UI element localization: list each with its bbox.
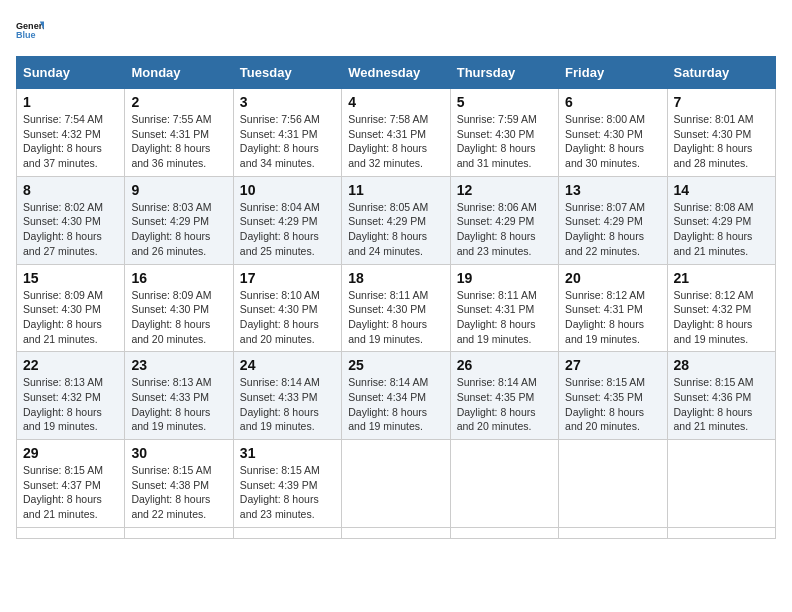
weekday-header-monday: Monday [125,57,233,89]
day-number: 24 [240,357,335,373]
day-info: Sunrise: 8:10 AM Sunset: 4:30 PM Dayligh… [240,288,335,347]
day-number: 3 [240,94,335,110]
calendar-cell: 6 Sunrise: 8:00 AM Sunset: 4:30 PM Dayli… [559,89,667,177]
weekday-header-tuesday: Tuesday [233,57,341,89]
day-number: 19 [457,270,552,286]
day-number: 30 [131,445,226,461]
calendar-cell [667,527,775,538]
day-number: 17 [240,270,335,286]
svg-text:General: General [16,21,44,31]
page-header: General Blue [16,16,776,44]
day-number: 6 [565,94,660,110]
calendar-cell: 9 Sunrise: 8:03 AM Sunset: 4:29 PM Dayli… [125,176,233,264]
weekday-header-wednesday: Wednesday [342,57,450,89]
calendar-cell [342,527,450,538]
calendar-table: SundayMondayTuesdayWednesdayThursdayFrid… [16,56,776,539]
day-number: 4 [348,94,443,110]
calendar-cell: 16 Sunrise: 8:09 AM Sunset: 4:30 PM Dayl… [125,264,233,352]
day-info: Sunrise: 8:09 AM Sunset: 4:30 PM Dayligh… [23,288,118,347]
calendar-cell: 2 Sunrise: 7:55 AM Sunset: 4:31 PM Dayli… [125,89,233,177]
calendar-cell [559,440,667,528]
day-number: 23 [131,357,226,373]
day-info: Sunrise: 8:12 AM Sunset: 4:32 PM Dayligh… [674,288,769,347]
calendar-cell: 23 Sunrise: 8:13 AM Sunset: 4:33 PM Dayl… [125,352,233,440]
calendar-cell: 8 Sunrise: 8:02 AM Sunset: 4:30 PM Dayli… [17,176,125,264]
calendar-cell: 14 Sunrise: 8:08 AM Sunset: 4:29 PM Dayl… [667,176,775,264]
calendar-cell: 21 Sunrise: 8:12 AM Sunset: 4:32 PM Dayl… [667,264,775,352]
day-info: Sunrise: 8:01 AM Sunset: 4:30 PM Dayligh… [674,112,769,171]
calendar-cell [450,527,558,538]
weekday-header-saturday: Saturday [667,57,775,89]
day-info: Sunrise: 8:02 AM Sunset: 4:30 PM Dayligh… [23,200,118,259]
day-number: 20 [565,270,660,286]
calendar-cell: 13 Sunrise: 8:07 AM Sunset: 4:29 PM Dayl… [559,176,667,264]
calendar-cell: 17 Sunrise: 8:10 AM Sunset: 4:30 PM Dayl… [233,264,341,352]
calendar-cell: 3 Sunrise: 7:56 AM Sunset: 4:31 PM Dayli… [233,89,341,177]
calendar-cell: 4 Sunrise: 7:58 AM Sunset: 4:31 PM Dayli… [342,89,450,177]
day-info: Sunrise: 8:15 AM Sunset: 4:35 PM Dayligh… [565,375,660,434]
calendar-cell [125,527,233,538]
calendar-cell [17,527,125,538]
day-info: Sunrise: 8:09 AM Sunset: 4:30 PM Dayligh… [131,288,226,347]
day-info: Sunrise: 8:15 AM Sunset: 4:39 PM Dayligh… [240,463,335,522]
weekday-header-thursday: Thursday [450,57,558,89]
calendar-cell [559,527,667,538]
day-info: Sunrise: 8:00 AM Sunset: 4:30 PM Dayligh… [565,112,660,171]
day-info: Sunrise: 8:06 AM Sunset: 4:29 PM Dayligh… [457,200,552,259]
day-number: 15 [23,270,118,286]
day-info: Sunrise: 8:13 AM Sunset: 4:33 PM Dayligh… [131,375,226,434]
day-number: 21 [674,270,769,286]
calendar-cell: 22 Sunrise: 8:13 AM Sunset: 4:32 PM Dayl… [17,352,125,440]
weekday-header-sunday: Sunday [17,57,125,89]
day-number: 28 [674,357,769,373]
calendar-cell: 31 Sunrise: 8:15 AM Sunset: 4:39 PM Dayl… [233,440,341,528]
calendar-cell: 25 Sunrise: 8:14 AM Sunset: 4:34 PM Dayl… [342,352,450,440]
calendar-cell: 10 Sunrise: 8:04 AM Sunset: 4:29 PM Dayl… [233,176,341,264]
calendar-cell: 12 Sunrise: 8:06 AM Sunset: 4:29 PM Dayl… [450,176,558,264]
day-number: 26 [457,357,552,373]
calendar-cell [667,440,775,528]
day-info: Sunrise: 8:12 AM Sunset: 4:31 PM Dayligh… [565,288,660,347]
calendar-cell: 29 Sunrise: 8:15 AM Sunset: 4:37 PM Dayl… [17,440,125,528]
day-info: Sunrise: 7:56 AM Sunset: 4:31 PM Dayligh… [240,112,335,171]
day-info: Sunrise: 8:15 AM Sunset: 4:37 PM Dayligh… [23,463,118,522]
day-number: 10 [240,182,335,198]
logo: General Blue [16,16,48,44]
calendar-cell [233,527,341,538]
day-info: Sunrise: 8:05 AM Sunset: 4:29 PM Dayligh… [348,200,443,259]
svg-text:Blue: Blue [16,30,36,40]
day-number: 8 [23,182,118,198]
day-info: Sunrise: 8:14 AM Sunset: 4:34 PM Dayligh… [348,375,443,434]
day-info: Sunrise: 8:07 AM Sunset: 4:29 PM Dayligh… [565,200,660,259]
day-number: 9 [131,182,226,198]
calendar-cell: 18 Sunrise: 8:11 AM Sunset: 4:30 PM Dayl… [342,264,450,352]
calendar-cell: 1 Sunrise: 7:54 AM Sunset: 4:32 PM Dayli… [17,89,125,177]
day-number: 5 [457,94,552,110]
calendar-cell: 26 Sunrise: 8:14 AM Sunset: 4:35 PM Dayl… [450,352,558,440]
calendar-cell: 7 Sunrise: 8:01 AM Sunset: 4:30 PM Dayli… [667,89,775,177]
weekday-header-friday: Friday [559,57,667,89]
calendar-cell: 5 Sunrise: 7:59 AM Sunset: 4:30 PM Dayli… [450,89,558,177]
day-info: Sunrise: 7:59 AM Sunset: 4:30 PM Dayligh… [457,112,552,171]
calendar-cell [342,440,450,528]
logo-icon: General Blue [16,16,44,44]
day-number: 16 [131,270,226,286]
calendar-cell: 28 Sunrise: 8:15 AM Sunset: 4:36 PM Dayl… [667,352,775,440]
calendar-cell: 27 Sunrise: 8:15 AM Sunset: 4:35 PM Dayl… [559,352,667,440]
day-number: 13 [565,182,660,198]
day-info: Sunrise: 8:14 AM Sunset: 4:35 PM Dayligh… [457,375,552,434]
day-info: Sunrise: 8:11 AM Sunset: 4:31 PM Dayligh… [457,288,552,347]
day-info: Sunrise: 8:15 AM Sunset: 4:38 PM Dayligh… [131,463,226,522]
day-number: 2 [131,94,226,110]
day-info: Sunrise: 7:54 AM Sunset: 4:32 PM Dayligh… [23,112,118,171]
day-info: Sunrise: 8:08 AM Sunset: 4:29 PM Dayligh… [674,200,769,259]
calendar-cell: 20 Sunrise: 8:12 AM Sunset: 4:31 PM Dayl… [559,264,667,352]
day-info: Sunrise: 8:13 AM Sunset: 4:32 PM Dayligh… [23,375,118,434]
day-number: 25 [348,357,443,373]
calendar-cell: 19 Sunrise: 8:11 AM Sunset: 4:31 PM Dayl… [450,264,558,352]
day-info: Sunrise: 8:11 AM Sunset: 4:30 PM Dayligh… [348,288,443,347]
day-number: 22 [23,357,118,373]
day-info: Sunrise: 7:58 AM Sunset: 4:31 PM Dayligh… [348,112,443,171]
day-info: Sunrise: 8:14 AM Sunset: 4:33 PM Dayligh… [240,375,335,434]
calendar-cell: 30 Sunrise: 8:15 AM Sunset: 4:38 PM Dayl… [125,440,233,528]
